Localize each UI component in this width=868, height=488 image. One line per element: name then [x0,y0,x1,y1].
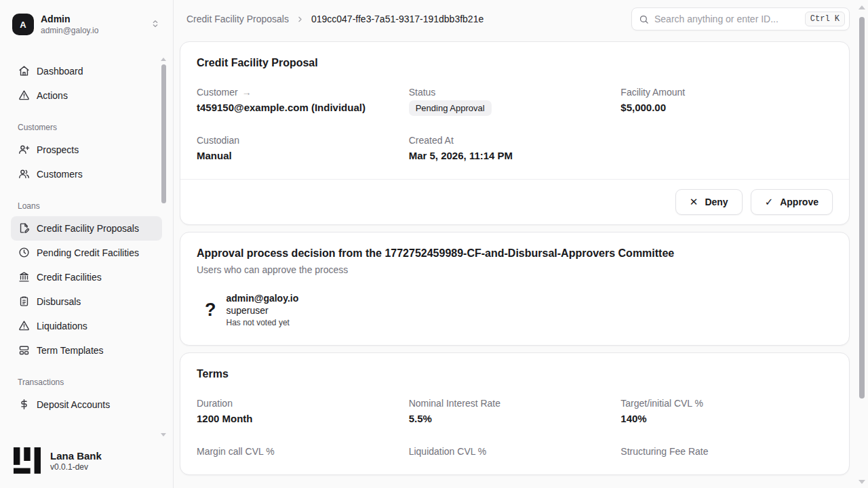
brand-version: v0.0.1-dev [50,462,102,472]
field-target-cvl: Target/initial CVL % 140% [620,398,833,424]
approval-process-card: Approval process decision from the 17727… [180,232,850,346]
home-icon [18,65,30,77]
sidebar-item-label: Actions [37,90,68,101]
approval-card-subtitle: Users who can approve the process [197,264,833,275]
topbar: Credit Facility Proposals 019cc047-ffe3-… [174,0,868,38]
sidebar-scrollbar[interactable] [161,64,166,203]
check-icon: ✓ [765,196,774,208]
breadcrumb: Credit Facility Proposals 019cc047-ffe3-… [186,14,484,24]
sidebar-item-label: Pending Credit Facilities [37,247,139,258]
field-custodian: Custodian Manual [197,135,409,161]
approve-button-label: Approve [780,197,818,207]
sidebar-item-liquidations[interactable]: Liquidations [11,314,162,338]
deny-button[interactable]: ✕ Deny [675,189,743,215]
field-customer: Customer → t459150@example.com (Individu… [197,87,409,116]
sidebar-item-prospects[interactable]: Prospects [11,138,162,162]
search-icon [639,14,649,24]
sidebar-item-label: Customers [37,169,83,180]
brand-name: Lana Bank [50,450,102,462]
created-at-label: Created At [409,135,454,146]
duration-label: Duration [197,398,233,409]
target-cvl-value: 140% [620,413,833,424]
sidebar-item-deposit-accounts[interactable]: Deposit Accounts [11,392,162,417]
approver-email: admin@galoy.io [226,293,299,304]
clock-icon [18,247,30,259]
field-margin-call-cvl: Margin call CVL % [197,446,409,457]
brand-footer: Lana Bank v0.0.1-dev [0,436,173,488]
margin-call-cvl-label: Margin call CVL % [197,446,275,457]
panels-icon [18,344,30,357]
dollar-icon [18,399,30,411]
user-name: Admin [41,14,143,26]
customer-value[interactable]: t459150@example.com (Individual) [197,102,409,113]
nav-section-transactions: Transactions [11,378,162,387]
chevrons-up-down-icon [150,18,161,31]
nominal-interest-rate-label: Nominal Interest Rate [409,398,500,409]
main-area: Credit Facility Proposals 019cc047-ffe3-… [174,0,868,488]
terms-card-title: Terms [197,368,833,380]
lana-bank-logo [14,447,41,474]
sidebar-item-term-templates[interactable]: Term Templates [11,338,162,363]
sidebar-item-credit-facility-proposals[interactable]: Credit Facility Proposals [11,216,162,241]
customer-label: Customer [197,87,238,98]
field-liquidation-cvl: Liquidation CVL % [409,446,621,457]
sidebar: A Admin admin@galoy.io Dashboard Actions [0,0,174,488]
deny-button-label: Deny [705,197,728,207]
sidebar-item-credit-facilities[interactable]: Credit Facilities [11,265,162,289]
sidebar-item-label: Dashboard [37,66,83,77]
page-scroll-down-arrow[interactable] [859,480,865,484]
sidebar-item-label: Liquidations [37,321,87,331]
breadcrumb-parent-link[interactable]: Credit Facility Proposals [186,14,289,24]
target-cvl-label: Target/initial CVL % [620,398,703,409]
structuring-fee-rate-label: Structuring Fee Rate [620,446,708,457]
page-scrollbar[interactable] [859,17,865,399]
status-label: Status [409,87,436,98]
global-search[interactable]: Ctrl K [631,7,850,30]
nominal-interest-rate-value: 5.5% [409,413,621,424]
alert-triangle-icon [18,89,30,102]
arrow-right-icon[interactable]: → [242,87,252,98]
app-root: A Admin admin@galoy.io Dashboard Actions [0,0,868,488]
bank-icon [18,271,30,283]
sidebar-item-actions[interactable]: Actions [11,83,162,108]
proposal-card: Credit Facility Proposal Customer → t459… [180,41,850,225]
field-nominal-interest-rate: Nominal Interest Rate 5.5% [409,398,621,424]
field-structuring-fee-rate: Structuring Fee Rate [620,446,833,457]
alert-triangle-icon [18,320,30,332]
approve-button[interactable]: ✓ Approve [751,189,833,215]
nav-section-loans: Loans [11,201,162,211]
sidebar-item-label: Disbursals [37,296,81,307]
breadcrumb-current: 019cc047-ffe3-7a51-9317-191dbb3fb21e [311,14,484,24]
sidebar-scroll-up-arrow[interactable] [161,58,166,61]
sidebar-scroll-down-arrow[interactable] [161,433,166,436]
clipboard-icon [18,296,30,308]
question-mark-avatar: ? [205,301,216,319]
custodian-value: Manual [197,150,409,161]
avatar: A [12,14,34,35]
sidebar-item-customers[interactable]: Customers [11,162,162,186]
proposal-card-title: Credit Facility Proposal [197,57,833,69]
sidebar-item-label: Prospects [37,144,79,155]
sidebar-item-label: Term Templates [37,345,104,356]
status-badge: Pending Approval [409,100,492,116]
approver-vote-status: Has not voted yet [226,318,299,327]
user-email: admin@galoy.io [41,26,143,36]
sidebar-nav: Dashboard Actions Customers Prospects Cu [0,59,173,437]
field-facility-amount: Facility Amount $5,000.00 [620,87,833,116]
facility-amount-label: Facility Amount [620,87,685,98]
nav-section-customers: Customers [11,123,162,132]
sidebar-item-disbursals[interactable]: Disbursals [11,289,162,314]
page-scroll-up-arrow[interactable] [859,5,865,9]
account-switcher[interactable]: A Admin admin@galoy.io [11,11,162,39]
created-at-value: Mar 5, 2026, 11:14 PM [409,150,621,161]
sidebar-item-pending-credit-facilities[interactable]: Pending Credit Facilities [11,241,162,265]
sidebar-item-label: Deposit Accounts [37,399,110,410]
users-icon [18,168,30,180]
sidebar-item-label: Credit Facilities [37,272,102,283]
sidebar-item-label: Credit Facility Proposals [37,223,139,234]
search-input[interactable] [654,14,800,24]
x-icon: ✕ [690,196,698,208]
page-content: Credit Facility Proposal Customer → t459… [174,38,868,488]
duration-value: 1200 Month [197,413,409,424]
sidebar-item-dashboard[interactable]: Dashboard [11,59,162,83]
